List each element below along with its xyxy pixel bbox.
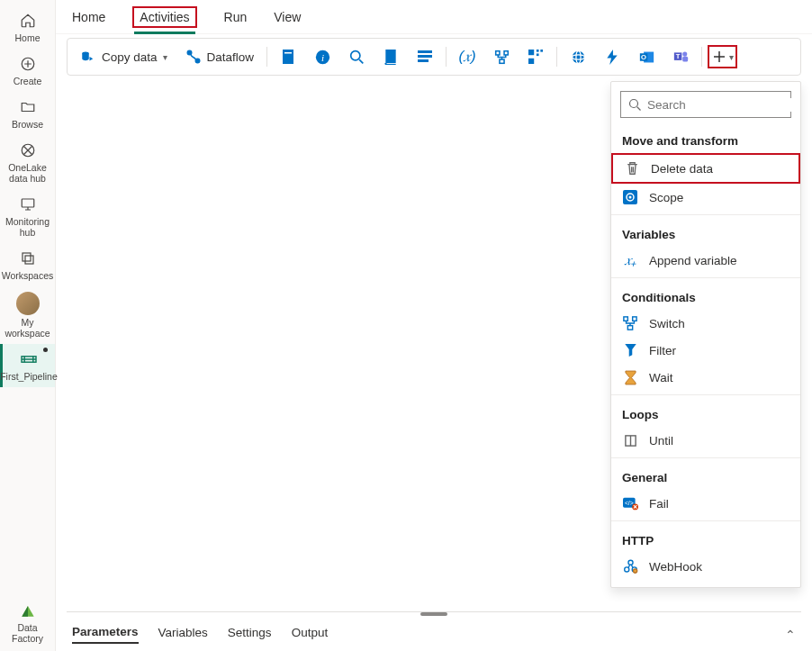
loop-icon (622, 432, 638, 448)
dd-item-delete-data[interactable]: Delete data (611, 153, 800, 184)
chevron-down-icon: ▾ (163, 52, 167, 62)
home-icon (20, 11, 36, 31)
dd-item-webhook[interactable]: WebHook (611, 553, 800, 580)
copy-data-label: Copy data (102, 50, 158, 64)
bp-tab-parameters[interactable]: Parameters (72, 625, 139, 644)
foreach-icon (528, 49, 544, 65)
info-button[interactable]: i (307, 45, 338, 68)
lookup-button[interactable] (341, 45, 372, 68)
tab-activities[interactable]: Activities (132, 6, 196, 28)
rail-item-browse[interactable]: Browse (0, 92, 55, 135)
rail-item-monitoring[interactable]: Monitoring hub (0, 189, 55, 243)
activities-toolbar: Copy data ▾ Dataflow i (𝑥) O T (67, 38, 801, 76)
svg-text:i: i (321, 51, 324, 62)
search-icon (628, 98, 642, 112)
svg-rect-21 (528, 50, 534, 55)
dd-item-append-variable[interactable]: 𝑥₊ Append variable (611, 247, 800, 274)
dd-item-wait[interactable]: Wait (611, 364, 800, 391)
svg-rect-40 (624, 317, 627, 321)
webhook-icon (622, 558, 638, 574)
rail-item-workspaces[interactable]: Workspaces (0, 243, 55, 286)
variable-button[interactable]: (𝑥) (452, 45, 483, 68)
scope-icon (622, 189, 638, 205)
foreach-button[interactable] (520, 45, 551, 68)
svg-text:O: O (641, 53, 646, 61)
rail-label: Workspaces (2, 270, 54, 281)
dd-divider (611, 520, 800, 521)
tab-view[interactable]: View (274, 6, 301, 28)
notebook-button[interactable] (273, 45, 303, 68)
svg-point-50 (633, 569, 636, 573)
plus-icon (711, 49, 727, 65)
svg-point-13 (350, 50, 359, 59)
funnel-icon (622, 342, 638, 358)
dataflow-label: Dataflow (207, 50, 255, 64)
rail-label: Create (14, 76, 42, 86)
dd-item-label: Until (649, 434, 673, 448)
svg-rect-16 (418, 55, 432, 58)
stack-icon (20, 249, 36, 268)
rail-item-onelake[interactable]: OneLake data hub (0, 135, 55, 189)
bolt-icon (604, 49, 620, 65)
dd-item-fail[interactable]: </> Fail (611, 490, 800, 517)
unsaved-dot-icon (43, 348, 48, 352)
bp-tab-settings[interactable]: Settings (228, 626, 272, 643)
section-loops: Loops (611, 399, 800, 427)
dd-divider (611, 277, 800, 278)
dd-divider (611, 214, 800, 215)
teams-button[interactable]: T (665, 45, 696, 68)
variable-icon: (𝑥) (459, 49, 475, 65)
data-factory-icon (19, 601, 37, 620)
svg-rect-3 (23, 253, 31, 261)
rail-item-create[interactable]: Create (0, 49, 55, 92)
svg-text:</>: </> (624, 500, 633, 506)
rail-label: My workspace (2, 317, 53, 339)
resize-handle[interactable] (420, 612, 447, 616)
bp-tab-output[interactable]: Output (292, 626, 329, 643)
svg-rect-41 (633, 317, 636, 321)
magnifier-icon (348, 49, 365, 65)
collapse-chevron-icon[interactable]: ⌃ (785, 628, 796, 642)
dd-item-label: Switch (649, 317, 685, 330)
svg-rect-4 (25, 256, 33, 264)
rail-item-home[interactable]: Home (0, 5, 55, 49)
svg-rect-17 (418, 59, 429, 62)
copy-data-button[interactable]: Copy data ▾ (73, 45, 175, 68)
dd-item-label: Delete data (651, 162, 713, 176)
plus-circle-icon (20, 54, 36, 74)
dd-item-scope[interactable]: Scope (611, 184, 800, 211)
dd-item-filter[interactable]: Filter (611, 337, 800, 364)
tab-run[interactable]: Run (224, 6, 248, 28)
monitor-icon (20, 194, 36, 214)
dropdown-search[interactable] (620, 91, 791, 118)
tab-home[interactable]: Home (72, 6, 105, 28)
svg-rect-9 (283, 50, 293, 64)
dataflow-button[interactable]: Dataflow (178, 45, 262, 68)
script-button[interactable] (375, 45, 406, 68)
branch-icon (493, 49, 510, 65)
bp-tab-variables[interactable]: Variables (158, 626, 208, 643)
more-activities-button[interactable]: ▾ (708, 45, 737, 68)
pipeline-icon (20, 349, 38, 369)
rail-item-my-workspace[interactable]: My workspace (0, 286, 55, 344)
dd-item-switch[interactable]: Switch (611, 310, 800, 337)
svg-text:T: T (675, 52, 680, 60)
svg-point-26 (572, 50, 584, 63)
sproc-button[interactable] (410, 45, 440, 68)
web-button[interactable] (563, 45, 593, 68)
dd-item-until[interactable]: Until (611, 427, 800, 454)
rail-item-pipeline[interactable]: First_Pipeline (0, 344, 55, 387)
dataflow-icon (185, 49, 202, 65)
svg-rect-18 (495, 50, 499, 54)
dd-divider (611, 457, 800, 458)
svg-point-49 (627, 560, 632, 565)
outlook-button[interactable]: O (631, 45, 662, 68)
svg-rect-23 (540, 50, 543, 52)
rail-label: OneLake data hub (2, 162, 53, 184)
azurefn-button[interactable] (597, 45, 627, 68)
svg-point-34 (682, 51, 687, 56)
pipeline-canvas[interactable]: Move and transform Delete data Scope Var… (67, 81, 801, 611)
ifcond-button[interactable] (486, 45, 517, 68)
search-input[interactable] (647, 98, 799, 112)
rail-footer-data-factory[interactable]: Data Factory (0, 593, 55, 651)
